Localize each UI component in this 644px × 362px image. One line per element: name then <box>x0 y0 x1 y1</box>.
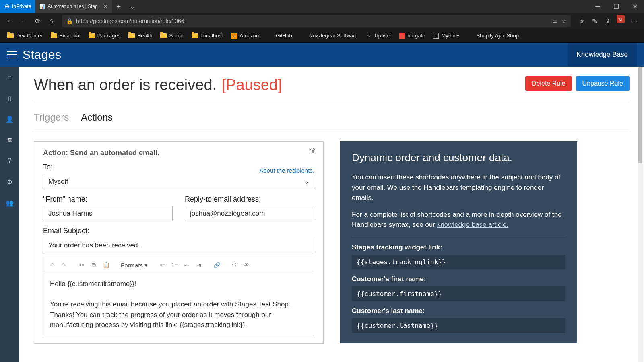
bookmark-mythic[interactable]: +Mythic+ <box>430 31 462 40</box>
shortcode-label-1: Stages tracking widget link: <box>352 243 565 251</box>
bookmark-shopify-ajax[interactable]: Shopify Ajax Shop <box>464 31 522 41</box>
info-p2: For a complete list of shortcodes and a … <box>352 210 565 230</box>
favorite-star-icon[interactable]: ☆ <box>561 18 567 24</box>
bookmark-github[interactable]: GitHub <box>264 31 295 41</box>
tab-triggers[interactable]: Triggers <box>34 109 69 129</box>
address-url: https://getstages.com/automation/rule/10… <box>76 18 184 24</box>
content-scrollbar[interactable] <box>638 67 643 362</box>
tab-inprivate-label: InPrivate <box>12 4 31 9</box>
to-select[interactable]: Myself ⌄ <box>43 174 314 189</box>
shortcode-code-2: {{customer.firstname}} <box>352 286 565 301</box>
favorites-list-icon[interactable]: ✮ <box>576 15 588 27</box>
reading-view-icon[interactable]: ▭ <box>552 18 557 24</box>
code-icon[interactable]: 〈〉 <box>229 260 239 270</box>
nav-refresh-button[interactable]: ⟳ <box>31 15 43 27</box>
tab-page[interactable]: 📊 Automation rules | Stag ✕ <box>35 0 112 13</box>
folder-icon <box>51 33 57 38</box>
delete-rule-button[interactable]: Delete Rule <box>525 76 572 91</box>
indent-icon[interactable]: ⇥ <box>194 260 204 270</box>
page-title: When an order is received. <box>34 76 217 93</box>
editor-toolbar: ↶ ↷ ✂ ⧉ 📋 Formats▾ <box>43 257 314 273</box>
tabs-dropdown-button[interactable]: ⌄ <box>126 0 139 13</box>
github-icon <box>267 33 273 39</box>
window-maximize-button[interactable]: ☐ <box>607 0 625 13</box>
bookmark-nozzlegear[interactable]: Nozzlegear Software <box>297 31 361 41</box>
scrollbar-thumb[interactable] <box>638 67 642 163</box>
editor-line-2: You're receiving this email because you … <box>50 299 308 330</box>
knowledge-base-link[interactable]: Knowledge Base <box>568 43 637 67</box>
nav-back-button[interactable]: ← <box>4 15 16 27</box>
close-tab-icon[interactable]: ✕ <box>103 4 107 9</box>
folder-icon <box>192 33 198 38</box>
bookmark-amazon[interactable]: aAmazon <box>228 31 262 41</box>
page-status-badge: [Paused] <box>222 76 282 93</box>
window-close-button[interactable]: ✕ <box>625 0 644 13</box>
app-sidebar: ⌂ ▯ 👤 ✉ ? ⚙ 👥 <box>0 67 19 362</box>
rule-tabs: Triggers Actions <box>34 109 630 129</box>
preview-icon[interactable]: 👁 <box>241 260 252 270</box>
about-recipients-link[interactable]: About the recipients. <box>259 167 314 174</box>
numbered-list-icon[interactable]: 1≡ <box>169 260 180 270</box>
bookmark-hn-gate[interactable]: hn-gate <box>396 31 428 40</box>
caret-down-icon: ▾ <box>144 261 148 269</box>
menu-hamburger-icon[interactable] <box>7 51 17 58</box>
tab-inprivate[interactable]: 🕶 InPrivate <box>0 0 35 13</box>
bookmark-packages[interactable]: Packages <box>85 31 124 40</box>
bullet-list-icon[interactable]: •≡ <box>157 260 168 270</box>
reply-to-input[interactable] <box>185 206 314 221</box>
share-icon[interactable]: ⇪ <box>601 15 613 27</box>
sidebar-home-icon[interactable]: ⌂ <box>5 72 14 82</box>
sidebar-help-icon[interactable]: ? <box>5 156 14 166</box>
copy-icon[interactable]: ⧉ <box>89 260 99 270</box>
sidebar-mail-icon[interactable]: ✉ <box>5 135 14 145</box>
bookmark-upriver[interactable]: ☆Upriver <box>362 31 394 41</box>
action-card-title: Action: Send an automated email. <box>43 149 314 157</box>
to-label: To: <box>43 163 53 171</box>
paste-icon[interactable]: 📋 <box>101 260 111 270</box>
link-icon[interactable]: 🔗 <box>211 260 222 270</box>
undo-icon[interactable]: ↶ <box>47 260 57 270</box>
folder-icon <box>89 33 95 38</box>
tab-favicon-icon: 📊 <box>39 4 45 9</box>
new-tab-button[interactable]: ＋ <box>112 0 126 13</box>
folder-icon <box>160 33 167 38</box>
reply-to-label: Reply-to email address: <box>185 195 314 204</box>
notes-icon[interactable]: ✎ <box>588 15 601 27</box>
nav-forward-button[interactable]: → <box>18 15 30 27</box>
redo-icon[interactable]: ↷ <box>59 260 69 270</box>
nav-home-button[interactable]: ⌂ <box>45 15 57 27</box>
amazon-icon: a <box>231 33 237 39</box>
tab-actions[interactable]: Actions <box>81 109 113 129</box>
address-bar[interactable]: 🔒 https://getstages.com/automation/rule/… <box>62 15 571 27</box>
tab-page-title: Automation rules | Stag <box>47 4 98 9</box>
outdent-icon[interactable]: ⇤ <box>182 260 192 270</box>
action-card: Action: Send an automated email. 🗑 To: A… <box>34 141 324 344</box>
bookmark-social[interactable]: Social <box>157 31 186 40</box>
info-panel: Dynamic order and customer data. You can… <box>340 141 577 343</box>
folder-icon <box>7 33 14 38</box>
sidebar-settings-icon[interactable]: ⚙ <box>5 177 14 187</box>
subject-input[interactable] <box>43 238 314 253</box>
bookmark-financial[interactable]: Financial <box>47 31 84 40</box>
info-title: Dynamic order and customer data. <box>352 152 565 164</box>
sidebar-user-icon[interactable]: 👤 <box>5 114 14 124</box>
cut-icon[interactable]: ✂ <box>76 260 87 270</box>
window-minimize-button[interactable]: ─ <box>588 0 607 13</box>
bookmark-localhost[interactable]: Localhost <box>188 31 226 40</box>
from-name-input[interactable] <box>43 206 173 221</box>
unpause-rule-button[interactable]: Unpause Rule <box>576 76 630 91</box>
browser-menu-button[interactable]: ⋯ <box>628 15 640 27</box>
bookmark-health[interactable]: Health <box>125 31 156 40</box>
editor-line-1: Hello {{customer.firstname}}! <box>50 279 308 289</box>
editor-body[interactable]: Hello {{customer.firstname}}! You're rec… <box>43 273 314 336</box>
kb-article-link[interactable]: knowledge base article. <box>437 221 509 228</box>
extension-ublock-icon[interactable]: u <box>617 15 625 23</box>
bookmark-dev-center[interactable]: Dev Center <box>4 31 46 40</box>
sidebar-account-icon[interactable]: 👥 <box>5 198 14 208</box>
app-brand: Stages <box>23 48 61 62</box>
sidebar-device-icon[interactable]: ▯ <box>5 93 14 103</box>
formats-dropdown[interactable]: Formats▾ <box>118 261 150 269</box>
site-icon <box>468 33 474 39</box>
inprivate-icon: 🕶 <box>4 4 10 9</box>
delete-action-icon[interactable]: 🗑 <box>310 147 316 154</box>
